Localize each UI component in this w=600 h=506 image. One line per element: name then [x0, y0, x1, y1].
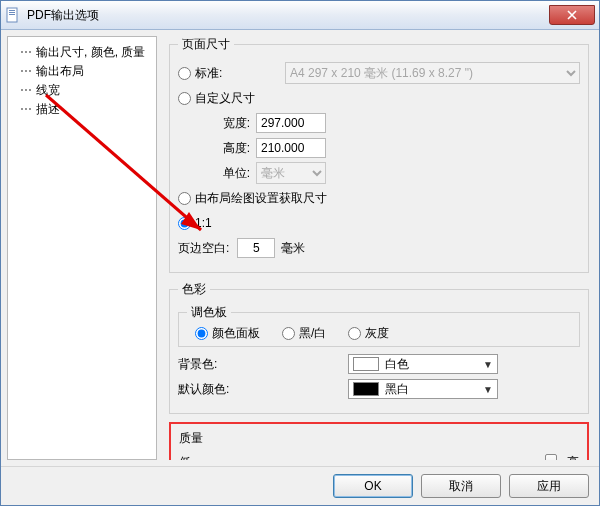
margin-input[interactable] [237, 238, 275, 258]
bg-swatch [353, 357, 379, 371]
radio-color-panel[interactable] [195, 327, 208, 340]
ok-button[interactable]: OK [333, 474, 413, 498]
svg-rect-1 [9, 10, 15, 11]
radio-bw-wrap[interactable]: 黑/白 [282, 325, 326, 342]
pdf-export-options-window: PDF输出选项 ⋯输出尺寸, 颜色, 质量 ⋯输出布局 ⋯线宽 ⋯描述 页面尺寸… [0, 0, 600, 506]
main-panel: 页面尺寸 标准: A4 297 x 210 毫米 (11.69 x 8.27 "… [165, 36, 593, 460]
palette-legend: 调色板 [187, 304, 231, 321]
color-legend: 色彩 [178, 281, 210, 298]
cancel-button[interactable]: 取消 [421, 474, 501, 498]
margin-unit: 毫米 [281, 240, 305, 257]
slider-thumb[interactable] [545, 454, 557, 460]
bg-color-select[interactable]: 白色 ▼ [348, 354, 498, 374]
close-icon [567, 10, 577, 20]
apply-button[interactable]: 应用 [509, 474, 589, 498]
standard-label: 标准: [195, 65, 285, 82]
nav-item-output-size[interactable]: ⋯输出尺寸, 颜色, 质量 [12, 43, 152, 62]
default-value: 黑白 [385, 381, 409, 398]
color-group: 色彩 调色板 颜色面板 黑/白 灰度 背景色: 白色 ▼ [169, 281, 589, 414]
default-color-label: 默认颜色: [178, 381, 348, 398]
bg-label: 背景色: [178, 356, 348, 373]
width-input[interactable] [256, 113, 326, 133]
dialog-footer: OK 取消 应用 [1, 466, 599, 505]
unit-select[interactable]: 毫米 [256, 162, 326, 184]
default-color-select[interactable]: 黑白 ▼ [348, 379, 498, 399]
nav-item-output-layout[interactable]: ⋯输出布局 [12, 62, 152, 81]
content-area: ⋯输出尺寸, 颜色, 质量 ⋯输出布局 ⋯线宽 ⋯描述 页面尺寸 标准: A4 … [1, 30, 599, 466]
svg-rect-3 [9, 14, 15, 15]
quality-low-label: 低 [179, 454, 191, 461]
close-button[interactable] [549, 5, 595, 25]
page-size-group: 页面尺寸 标准: A4 297 x 210 毫米 (11.69 x 8.27 "… [169, 36, 589, 273]
palette-group: 调色板 颜色面板 黑/白 灰度 [178, 304, 580, 347]
page-size-legend: 页面尺寸 [178, 36, 234, 53]
standard-size-select[interactable]: A4 297 x 210 毫米 (11.69 x 8.27 ") [285, 62, 580, 84]
radio-bw[interactable] [282, 327, 295, 340]
quality-high-label: 高 [567, 454, 579, 461]
titlebar: PDF输出选项 [1, 1, 599, 30]
quality-group-highlight: 质量 低 高 [169, 422, 589, 460]
radio-gray-wrap[interactable]: 灰度 [348, 325, 389, 342]
app-icon [5, 7, 21, 23]
radio-gray[interactable] [348, 327, 361, 340]
quality-legend: 质量 [179, 430, 579, 447]
svg-line-4 [46, 95, 201, 230]
bg-value: 白色 [385, 356, 409, 373]
annotation-arrow [41, 90, 221, 250]
quality-slider[interactable] [199, 453, 559, 460]
svg-rect-2 [9, 12, 15, 13]
chevron-down-icon: ▼ [483, 384, 493, 395]
radio-color-panel-wrap[interactable]: 颜色面板 [195, 325, 260, 342]
height-input[interactable] [256, 138, 326, 158]
chevron-down-icon: ▼ [483, 359, 493, 370]
window-title: PDF输出选项 [27, 7, 549, 24]
radio-standard[interactable] [178, 67, 191, 80]
default-swatch [353, 382, 379, 396]
